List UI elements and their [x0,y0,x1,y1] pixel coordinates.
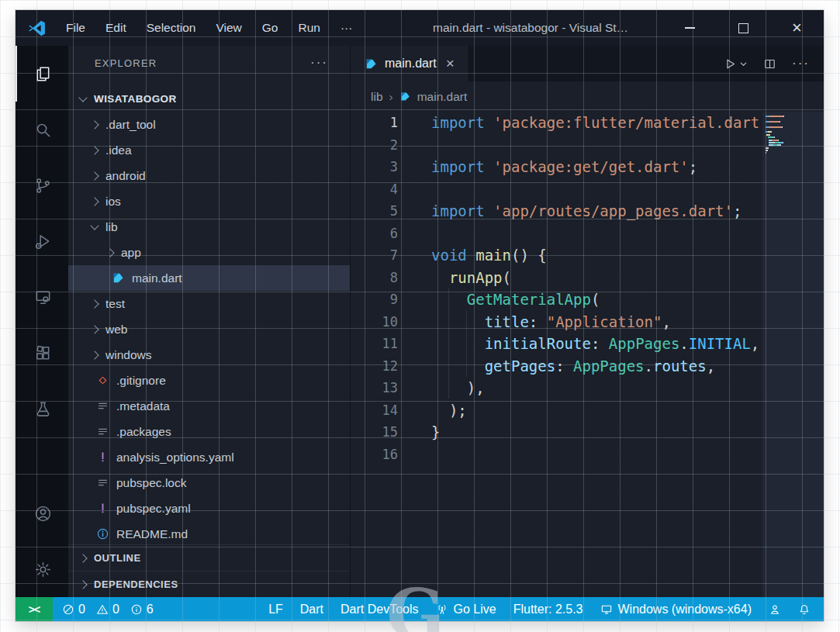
tree-item-pubspec-lock[interactable]: pubspec.lock [68,470,350,496]
code-line[interactable]: 7 void main() { [351,244,824,267]
tab-close-icon[interactable]: × [446,55,455,72]
section-outline[interactable]: OUTLINE [68,544,350,571]
status-lf[interactable]: LF [260,597,292,621]
code-area[interactable]: 1 import 'package:flutter/material.dart'… [351,112,824,597]
close-button[interactable]: × [770,10,824,46]
activity-source-control-button[interactable] [16,157,68,213]
tree-item-metadata[interactable]: .metadata [68,393,350,419]
code-lines: 1 import 'package:flutter/material.dart'… [351,112,824,465]
tree-item-windows[interactable]: windows [68,342,350,368]
dart-file-icon [399,91,411,102]
code-line[interactable]: 16 [351,444,824,466]
menu-go[interactable]: Go [252,10,289,46]
tree-item-label: pubspec.yaml [116,502,191,516]
tree-item-label: .packages [116,425,171,439]
activity-testing-button[interactable] [16,381,68,437]
menu-view[interactable]: View [206,10,251,46]
menu-run[interactable]: Run [288,10,330,46]
status-warnings[interactable]: 0 [96,603,119,616]
tree-item-app[interactable]: app [68,240,350,265]
breadcrumb-main-dart[interactable]: main.dart [417,90,468,104]
minimap[interactable] [762,112,824,597]
activity-account-button[interactable] [16,485,68,541]
breadcrumb-lib[interactable]: lib [371,90,383,104]
run-button[interactable] [724,57,748,71]
code-line[interactable]: 15 } [351,421,824,444]
yaml-file-icon [96,451,109,464]
tree-item-gitignore[interactable]: .gitignore [68,368,350,393]
section-dependencies[interactable]: DEPENDENCIES [68,571,350,597]
tree-item-label: app [121,246,141,260]
file-tree: .dart_tool .idea android ios lib app mai… [68,112,350,544]
code-line[interactable]: 1 import 'package:flutter/material.dart'… [351,112,824,134]
line-number: 16 [351,447,398,462]
tab-label: main.dart [385,57,437,71]
code-line[interactable]: 6 [351,223,824,245]
status-item-label: Dart DevTools [340,603,418,616]
menu-file[interactable]: File [56,10,95,46]
menu-selection[interactable]: Selection [137,10,206,46]
activity-bar-bottom [16,485,68,597]
activity-extensions-button[interactable] [16,325,68,381]
activity-run-debug-button[interactable] [16,213,68,269]
code-line[interactable]: 4 [351,178,824,201]
tree-item-analysis-options-yaml[interactable]: analysis_options.yaml [68,444,350,470]
activity-remote-explorer-button[interactable] [16,269,68,325]
minimize-button[interactable] [663,10,717,46]
code-line[interactable]: 3 import 'package:get/get.dart'; [351,156,824,178]
sidebar-more-actions[interactable]: ··· [310,55,328,71]
code-line[interactable]: 11 initialRoute: AppPages.INITIAL, [351,333,824,355]
remote-explorer-icon [34,288,52,306]
tree-item-lib[interactable]: lib [68,214,350,240]
status-dart-devtools[interactable]: Dart DevTools [332,597,427,621]
maximize-button[interactable] [717,10,770,46]
tree-item-readme-md[interactable]: README.md [68,521,350,544]
activity-explorer-button[interactable] [16,46,68,102]
code-text: } [431,423,440,440]
feedback-icon [769,603,781,616]
status-info[interactable]: 6 [130,603,154,616]
status-errors[interactable]: 0 [62,603,85,616]
tree-item-web[interactable]: web [68,316,350,342]
menu-more[interactable]: ··· [330,10,363,46]
tree-item-idea[interactable]: .idea [68,137,350,163]
menu-edit[interactable]: Edit [95,10,137,46]
remote-indicator[interactable]: >< [16,597,53,621]
code-line[interactable]: 10 title: "Application", [351,311,824,333]
title-bar: FileEditSelectionViewGoRun··· main.dart … [16,10,824,46]
text-file-icon [96,476,109,489]
tree-item-test[interactable]: test [68,291,350,316]
activity-settings-button[interactable] [16,541,68,597]
status-flutter-2-5-3[interactable]: Flutter: 2.5.3 [505,597,592,621]
tree-item-android[interactable]: android [68,163,350,188]
code-line[interactable]: 5 import 'app/routes/app_pages.dart'; [351,200,824,223]
tree-item-ios[interactable]: ios [68,188,350,214]
split-editor-icon[interactable] [763,57,776,71]
code-line[interactable]: 2 [351,134,824,157]
code-line[interactable]: 13 ), [351,377,824,399]
minimize-icon [685,27,695,29]
status-dart[interactable]: Dart [292,597,332,621]
code-line[interactable]: 9 GetMaterialApp( [351,288,824,311]
tab-main-dart[interactable]: main.dart × [351,46,469,81]
more-actions-icon[interactable]: ··· [792,56,810,71]
code-line[interactable]: 14 ); [351,399,824,422]
tree-item-dart-tool[interactable]: .dart_tool [68,112,350,137]
tree-item-pubspec-yaml[interactable]: pubspec.yaml [68,496,350,521]
line-number: 14 [351,402,398,418]
status-bell[interactable] [790,597,819,621]
chevron-right-icon [78,554,87,562]
code-line[interactable]: 12 getPages: AppPages.routes, [351,355,824,378]
tree-item-packages[interactable]: .packages [68,419,350,444]
tree-item-main-dart[interactable]: main.dart [68,265,350,291]
activity-search-button[interactable] [16,102,68,157]
chevron-right-icon [90,351,99,359]
status-go-live[interactable]: Go Live [427,597,505,621]
code-text: import 'app/routes/app_pages.dart'; [431,202,741,219]
status-windows-windows-x64[interactable]: Windows (windows-x64) [592,597,761,621]
code-line[interactable]: 8 runApp( [351,267,824,289]
git-file-icon [96,374,109,387]
line-number: 10 [351,314,398,330]
tree-root-wisatabogor[interactable]: WISATABOGOR [68,86,350,112]
status-feedback[interactable] [760,597,790,621]
